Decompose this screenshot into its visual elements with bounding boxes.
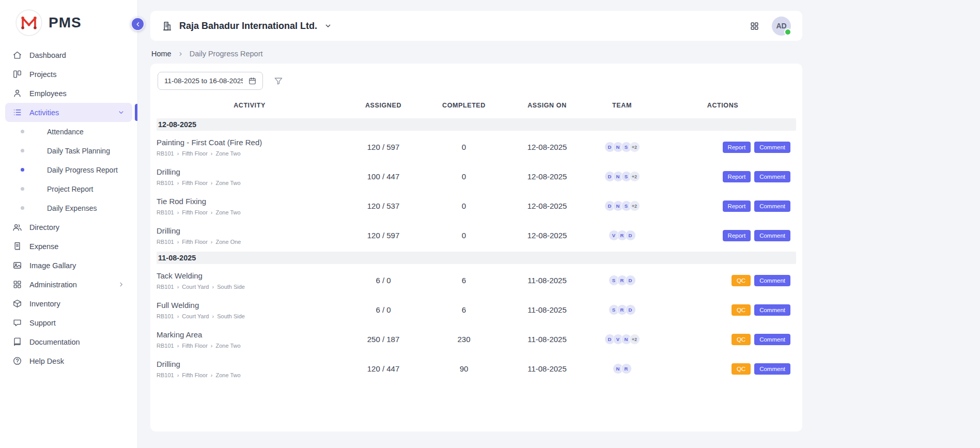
sidebar-item-documentation[interactable]: Documentation — [5, 332, 132, 351]
actions-cell: QCComment — [654, 275, 792, 286]
sidebar-item-inventory[interactable]: Inventory — [5, 294, 132, 313]
sidebar-submenu: AttendanceDaily Task PlanningDaily Progr… — [5, 122, 132, 218]
assigned-cell: 120 / 537 — [343, 202, 424, 210]
team-extra-count[interactable]: +2 — [629, 334, 640, 345]
breadcrumb-home-link[interactable]: Home — [151, 50, 172, 58]
sidebar-subitem-project-report[interactable]: Project Report — [5, 179, 132, 198]
activity-path: RB101›Fifth Floor›Zone Two — [157, 343, 343, 349]
comment-button[interactable]: Comment — [754, 142, 790, 153]
sidebar-item-employees[interactable]: Employees — [5, 84, 132, 103]
team-member-avatar[interactable]: R — [621, 363, 632, 374]
team-member-avatar[interactable]: D — [625, 230, 636, 241]
sidebar-item-directory[interactable]: Directory — [5, 218, 132, 237]
sidebar-subitem-attendance[interactable]: Attendance — [5, 122, 132, 141]
chevron-down-icon — [324, 22, 332, 30]
comment-button[interactable]: Comment — [754, 171, 790, 182]
team-member-avatar[interactable]: D — [625, 275, 636, 286]
activity-name: Drilling — [157, 167, 343, 176]
sidebar-item-help-desk[interactable]: Help Desk — [5, 351, 132, 370]
activity-name: Drilling — [157, 360, 343, 368]
team-extra-count[interactable]: +2 — [629, 142, 640, 152]
sidebar-item-projects[interactable]: Projects — [5, 65, 132, 84]
sidebar-item-dashboard[interactable]: Dashboard — [5, 45, 132, 65]
comment-button[interactable]: Comment — [754, 200, 790, 212]
activity-name: Marking Area — [157, 330, 343, 339]
sidebar-item-administration[interactable]: Administration — [5, 275, 132, 294]
activity-cell: DrillingRB101›Fifth Floor›Zone Two — [157, 360, 343, 378]
chevron-right-icon: › — [211, 180, 213, 186]
team-extra-count[interactable]: +2 — [629, 200, 640, 211]
actions-cell: ReportComment — [654, 171, 792, 182]
building-icon — [162, 21, 173, 32]
sidebar-item-activities[interactable]: Activities — [5, 103, 132, 122]
comment-button[interactable]: Comment — [754, 363, 790, 375]
bullet-icon — [21, 206, 24, 210]
activity-path-segment: South Side — [217, 313, 245, 319]
filter-row — [157, 72, 796, 94]
assign-on-cell: 12-08-2025 — [504, 172, 590, 181]
user-avatar[interactable]: AD — [772, 17, 791, 36]
date-range-input[interactable] — [163, 76, 244, 85]
activity-path: RB101›Fifth Floor›Zone Two — [157, 150, 343, 157]
activity-path: RB101›Court Yard›South Side — [157, 313, 343, 319]
comment-button[interactable]: Comment — [754, 230, 790, 241]
team-extra-count[interactable]: +2 — [629, 171, 640, 182]
sidebar-item-image-gallary[interactable]: Image Gallary — [5, 256, 132, 275]
company-selector[interactable]: Raja Bahadur International Ltd. — [162, 21, 332, 32]
completed-cell: 0 — [424, 143, 504, 151]
table-row: DrillingRB101›Fifth Floor›Zone Two100 / … — [157, 162, 796, 191]
sidebar-collapse-button[interactable] — [131, 17, 145, 31]
sidebar-item-label: Documentation — [29, 338, 80, 346]
completed-cell: 6 — [424, 276, 504, 285]
qc-button[interactable]: QC — [732, 363, 751, 375]
report-button[interactable]: Report — [723, 230, 751, 241]
sidebar-subitem-daily-progress-report[interactable]: Daily Progress Report — [5, 160, 132, 179]
sidebar-item-support[interactable]: Support — [5, 313, 132, 332]
activity-cell: DrillingRB101›Fifth Floor›Zone One — [157, 226, 343, 245]
activity-path-segment: Zone Two — [216, 150, 241, 157]
sidebar-item-label: Expense — [29, 242, 58, 251]
top-header-bar: Raja Bahadur International Ltd. AD — [150, 11, 802, 41]
qc-button[interactable]: QC — [732, 334, 751, 345]
bullet-icon — [21, 130, 24, 133]
report-card: ACTIVITYASSIGNEDCOMPLETEDASSIGN ONTEAMAC… — [150, 64, 802, 431]
completed-cell: 0 — [424, 202, 504, 210]
activity-cell: DrillingRB101›Fifth Floor›Zone Two — [157, 167, 343, 186]
table-row: DrillingRB101›Fifth Floor›Zone One120 / … — [157, 221, 796, 250]
sidebar-subitem-daily-task-planning[interactable]: Daily Task Planning — [5, 141, 132, 160]
assigned-cell: 120 / 597 — [343, 231, 424, 240]
breadcrumb-current: Daily Progress Report — [190, 50, 263, 58]
sidebar-item-expense[interactable]: Expense — [5, 237, 132, 256]
filter-funnel-icon[interactable] — [273, 76, 284, 86]
chevron-right-icon: › — [211, 150, 213, 157]
completed-cell: 230 — [424, 335, 504, 344]
activity-path: RB101›Court Yard›South Side — [157, 284, 343, 290]
team-member-avatar[interactable]: D — [625, 304, 636, 315]
apps-grid-icon[interactable] — [750, 21, 759, 31]
comment-button[interactable]: Comment — [754, 304, 790, 316]
assigned-cell: 100 / 447 — [343, 172, 424, 181]
table-row: DrillingRB101›Fifth Floor›Zone Two120 / … — [157, 354, 796, 383]
qc-button[interactable]: QC — [732, 304, 751, 316]
comment-button[interactable]: Comment — [754, 334, 790, 345]
report-button[interactable]: Report — [723, 171, 751, 182]
activity-path-segment: Zone One — [216, 239, 241, 245]
report-button[interactable]: Report — [723, 142, 751, 153]
activity-path-segment: Zone Two — [216, 372, 241, 378]
team-cell: SRD — [590, 275, 654, 286]
assigned-cell: 120 / 447 — [343, 364, 424, 373]
date-range-picker[interactable] — [158, 72, 263, 90]
sidebar: PMS DashboardProjectsEmployeesActivities… — [0, 0, 138, 448]
qc-button[interactable]: QC — [732, 275, 751, 286]
calendar-icon[interactable] — [248, 76, 257, 85]
report-button[interactable]: Report — [723, 200, 751, 212]
actions-cell: ReportComment — [654, 142, 792, 153]
activity-name: Painting - First Coat (Fire Red) — [157, 138, 343, 147]
chevron-right-icon: › — [177, 209, 179, 215]
comment-button[interactable]: Comment — [754, 275, 790, 286]
activity-path-segment: Fifth Floor — [182, 372, 208, 378]
assign-on-cell: 11-08-2025 — [504, 364, 590, 373]
app-root: PMS DashboardProjectsEmployeesActivities… — [0, 0, 980, 448]
sidebar-subitem-daily-expenses[interactable]: Daily Expenses — [5, 198, 132, 218]
activity-name: Full Welding — [157, 301, 343, 310]
